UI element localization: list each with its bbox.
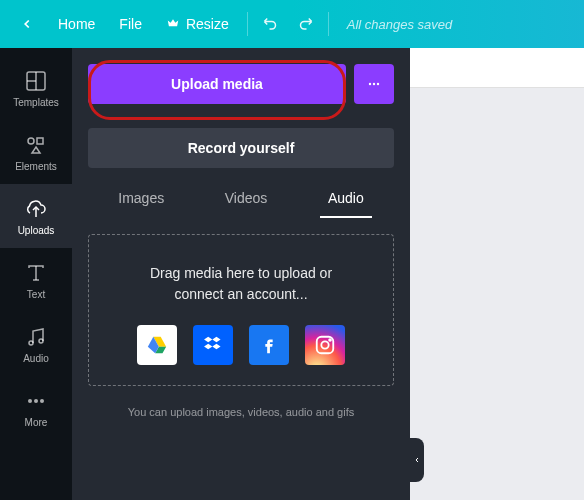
- text-icon: [24, 261, 48, 285]
- tab-label: Videos: [225, 190, 268, 206]
- home-label: Home: [58, 16, 95, 32]
- sidebar-item-audio[interactable]: Audio: [0, 312, 72, 376]
- sidebar-label: More: [25, 417, 48, 428]
- home-button[interactable]: Home: [46, 8, 107, 40]
- svg-point-9: [29, 341, 33, 345]
- sidebar-item-templates[interactable]: Templates: [0, 56, 72, 120]
- save-status: All changes saved: [347, 17, 453, 32]
- main-area: Templates Elements Uploads Text Audio Mo…: [0, 48, 584, 500]
- upload-more-button[interactable]: [354, 64, 394, 104]
- uploads-icon: [24, 197, 48, 221]
- record-label: Record yourself: [188, 140, 295, 156]
- templates-icon: [24, 69, 48, 93]
- svg-point-15: [373, 83, 375, 85]
- canvas-area[interactable]: [410, 48, 584, 500]
- instagram-icon: [314, 334, 336, 356]
- upload-hint: You can upload images, videos, audio and…: [88, 406, 394, 418]
- sidebar-item-uploads[interactable]: Uploads: [0, 184, 72, 248]
- tab-images[interactable]: Images: [110, 180, 172, 218]
- left-sidebar: Templates Elements Uploads Text Audio Mo…: [0, 48, 72, 500]
- ellipsis-icon: [366, 76, 382, 92]
- sidebar-item-text[interactable]: Text: [0, 248, 72, 312]
- crown-icon: [166, 17, 180, 31]
- redo-button[interactable]: [288, 6, 322, 43]
- svg-point-14: [369, 83, 371, 85]
- tab-label: Audio: [328, 190, 364, 206]
- connect-services: [105, 325, 377, 365]
- upload-label: Upload media: [171, 76, 263, 92]
- facebook-icon: [258, 334, 280, 356]
- dropzone-line1: Drag media here to upload or: [150, 265, 332, 281]
- canvas-toolbar: [410, 48, 584, 88]
- media-tabs: Images Videos Audio: [88, 180, 394, 218]
- svg-point-11: [28, 399, 32, 403]
- svg-point-21: [321, 341, 328, 348]
- connect-google-drive[interactable]: [137, 325, 177, 365]
- resize-menu[interactable]: Resize: [154, 8, 241, 40]
- svg-point-16: [377, 83, 379, 85]
- sidebar-label: Text: [27, 289, 45, 300]
- undo-icon: [262, 14, 280, 32]
- panel-collapse-button[interactable]: [410, 438, 424, 482]
- sidebar-label: Uploads: [18, 225, 55, 236]
- svg-rect-4: [37, 138, 43, 144]
- connect-facebook[interactable]: [249, 325, 289, 365]
- more-icon: [24, 389, 48, 413]
- resize-label: Resize: [186, 16, 229, 32]
- svg-point-13: [40, 399, 44, 403]
- connect-instagram[interactable]: [305, 325, 345, 365]
- sidebar-item-elements[interactable]: Elements: [0, 120, 72, 184]
- uploads-panel: Upload media Record yourself Images Vide…: [72, 48, 410, 500]
- tab-videos[interactable]: Videos: [217, 180, 276, 218]
- sidebar-label: Elements: [15, 161, 57, 172]
- toolbar-divider: [328, 12, 329, 36]
- redo-icon: [296, 14, 314, 32]
- tab-audio[interactable]: Audio: [320, 180, 372, 218]
- top-toolbar: Home File Resize All changes saved: [0, 0, 584, 48]
- record-yourself-button[interactable]: Record yourself: [88, 128, 394, 168]
- dropzone-line2: connect an account...: [174, 286, 307, 302]
- tab-label: Images: [118, 190, 164, 206]
- dropzone-text: Drag media here to upload or connect an …: [105, 263, 377, 305]
- svg-marker-5: [32, 147, 40, 153]
- svg-point-12: [34, 399, 38, 403]
- sidebar-label: Audio: [23, 353, 49, 364]
- upload-dropzone[interactable]: Drag media here to upload or connect an …: [88, 234, 394, 386]
- elements-icon: [24, 133, 48, 157]
- dropbox-icon: [202, 334, 224, 356]
- svg-point-10: [39, 339, 43, 343]
- upload-media-button[interactable]: Upload media: [88, 64, 346, 104]
- svg-point-3: [28, 138, 34, 144]
- undo-button[interactable]: [254, 6, 288, 43]
- file-label: File: [119, 16, 142, 32]
- toolbar-divider: [247, 12, 248, 36]
- svg-point-22: [329, 339, 331, 341]
- sidebar-label: Templates: [13, 97, 59, 108]
- audio-icon: [24, 325, 48, 349]
- chevron-left-icon: [20, 17, 34, 31]
- chevron-left-icon: [413, 456, 421, 464]
- connect-dropbox[interactable]: [193, 325, 233, 365]
- google-drive-icon: [146, 334, 168, 356]
- back-button[interactable]: [8, 9, 46, 39]
- upload-button-row: Upload media: [88, 64, 394, 116]
- sidebar-item-more[interactable]: More: [0, 376, 72, 440]
- file-menu[interactable]: File: [107, 8, 154, 40]
